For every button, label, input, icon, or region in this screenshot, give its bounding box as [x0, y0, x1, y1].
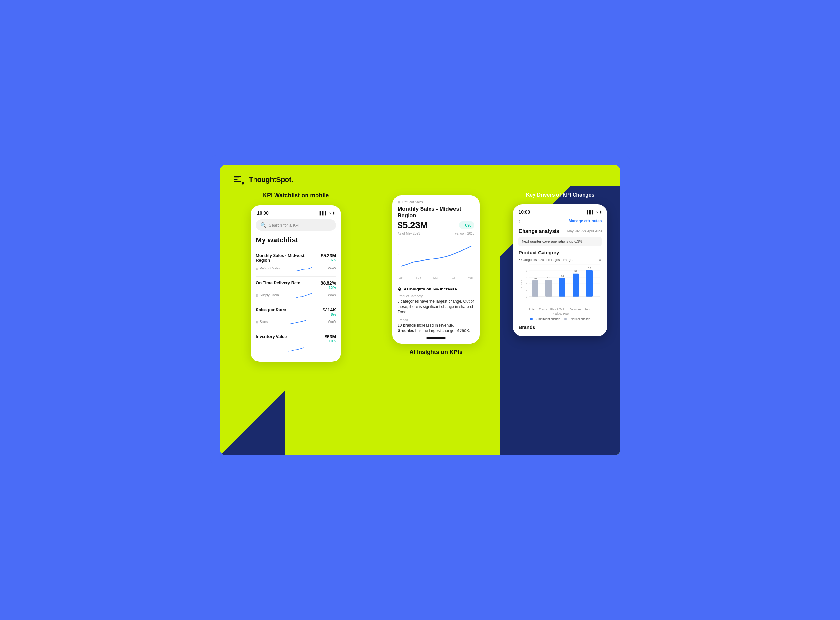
x-label-litter: Litter [529, 308, 535, 311]
wifi-icon: ∿ [329, 211, 331, 215]
chart-kpi-value: $5.23M [398, 220, 428, 230]
header-area: ThoughtSpot. [220, 165, 620, 185]
date-vs: vs. April 2023 [455, 232, 474, 235]
brands-title: Brands [518, 324, 602, 330]
right-signal-icon: ▌▌▌ [587, 210, 594, 214]
svg-text:8: 8 [526, 270, 528, 272]
right-nav: ‹ Manage attributes [518, 218, 602, 225]
x-label-may: May [468, 276, 473, 279]
kpi-item-2[interactable]: Sales per Store $314K ↑ 8% ▦ Sales [256, 303, 336, 330]
date-from: As of May 2023 [398, 232, 420, 235]
x-label-treats: Treats [539, 308, 547, 311]
kpi-item-3[interactable]: Inventory Value $63M ↑ 10% [256, 330, 336, 357]
kpi-change-3: ↑ 10% [324, 339, 336, 343]
right-section-title: Key Drivers of KPI Changes [526, 192, 594, 198]
svg-text:6: 6 [526, 276, 528, 278]
main-container: ThoughtSpot. KPI Watchlist on mobile 10:… [220, 165, 620, 455]
phone-time: 10:00 [257, 211, 269, 215]
kpi-source-1: ▦ Supply Chain [256, 293, 279, 297]
brands-insight-1: increased in revenue. [417, 323, 454, 328]
ai-insights-title: ⚙ AI insights on 6% increase [398, 287, 474, 292]
kpi-item-1[interactable]: On Time Delivery Rate 88.82% ↑ 12% ▦ Sup… [256, 276, 336, 303]
brands-insight-text: 10 brands increased in revenue. Greenies… [398, 323, 474, 334]
brands-insight-bold: 10 brands [398, 323, 416, 328]
search-placeholder: Search for a KPI [269, 223, 299, 227]
bar-litter [532, 280, 538, 296]
product-insight-text: 3 categories have the largest change. Ou… [398, 299, 474, 315]
bar-chart-header: 3 Categories have the largest change. ⬇ [518, 258, 602, 262]
signal-icon: ▌▌▌ [320, 211, 327, 215]
svg-text:Change: Change [520, 280, 523, 287]
mini-chart-0 [296, 265, 312, 272]
svg-text:4.0: 4.0 [534, 277, 537, 280]
chart-badge: ↑ 6% [459, 221, 474, 229]
x-label-jan: Jan [399, 276, 404, 279]
svg-point-5 [241, 182, 244, 184]
right-wifi-icon: ∿ [596, 210, 599, 214]
svg-rect-3 [234, 179, 237, 180]
left-column: KPI Watchlist on mobile 10:00 ▌▌▌ ∿ ▮ [220, 185, 372, 455]
bar-vitamins [573, 273, 579, 296]
svg-text:2: 2 [398, 260, 398, 263]
svg-text:8: 8 [398, 238, 398, 240]
line-chart-area: 0 2 4 6 8 [398, 238, 474, 273]
bar-chart-svg: 0 2 4 6 8 Change 4.0 [518, 264, 602, 306]
coverage-text: Next quarter coverage ratio is up 6.3% [522, 239, 582, 243]
bar-chart-container: 0 2 4 6 8 Change 4.0 [518, 264, 602, 306]
svg-text:5.7: 5.7 [575, 270, 578, 272]
download-icon[interactable]: ⬇ [599, 258, 602, 262]
phone-status-bar: 10:00 ▌▌▌ ∿ ▮ [256, 211, 336, 215]
chart-phone: ▦ PetSpot Sales Monthly Sales - Midwest … [392, 195, 480, 344]
bar-chart-x-labels: Litter Treats Flea & Tick... Vitamins Fo… [518, 308, 602, 311]
svg-rect-4 [234, 181, 241, 182]
svg-text:4: 4 [526, 283, 528, 285]
kpi-value-3: $63M [324, 334, 336, 339]
chart-title: Monthly Sales - Midwest Region [398, 206, 474, 219]
outer-frame: ThoughtSpot. KPI Watchlist on mobile 10:… [210, 155, 630, 465]
svg-text:6: 6 [398, 244, 398, 247]
svg-rect-2 [234, 177, 239, 178]
home-indicator-mid [426, 337, 446, 339]
x-label-vitamins: Vitamins [570, 308, 581, 311]
mini-chart-1 [296, 292, 312, 299]
kpi-item-0[interactable]: Monthly Sales - Midwest Region $5.23M ↑ … [256, 249, 336, 276]
kpi-change-1: ↑ 12% [321, 286, 336, 289]
coverage-box: Next quarter coverage ratio is up 6.3% [518, 237, 602, 246]
svg-text:4.2: 4.2 [547, 276, 550, 278]
x-label-flea: Flea & Tick... [550, 308, 567, 311]
right-phone-time: 10:00 [518, 209, 530, 215]
badge-value: 6% [465, 223, 471, 227]
x-label-mar: Mar [433, 276, 439, 279]
mini-chart-2 [290, 318, 306, 326]
kpi-value-1: 88.82% [321, 280, 336, 286]
bar-chart-legend: Significant change Normal change [518, 317, 602, 321]
ai-icon: ⚙ [398, 287, 402, 292]
manage-attributes-link[interactable]: Manage attributes [569, 219, 602, 223]
chart-kpi-row: $5.23M ↑ 6% [398, 220, 474, 230]
search-bar[interactable]: 🔍 Search for a KPI [256, 220, 336, 231]
back-button[interactable]: ‹ [518, 218, 520, 225]
x-label-food: Food [585, 308, 591, 311]
middle-column: ▦ PetSpot Sales Monthly Sales - Midwest … [372, 185, 500, 455]
logo-text: ThoughtSpot. [249, 176, 293, 184]
right-column: Key Drivers of KPI Changes 10:00 ▌▌▌ ∿ ▮ [500, 185, 620, 455]
search-icon: 🔍 [260, 222, 267, 228]
kpi-name-1: On Time Delivery Rate [256, 280, 300, 285]
brands-label: Brands [398, 318, 474, 322]
content-area: KPI Watchlist on mobile 10:00 ▌▌▌ ∿ ▮ [220, 185, 620, 455]
kpi-name-2: Sales per Store [256, 307, 287, 312]
trend-up-icon: ↑ [462, 223, 464, 227]
battery-icon: ▮ [333, 211, 335, 215]
watchlist-title: My watchlist [256, 236, 336, 244]
svg-text:0: 0 [398, 268, 398, 271]
svg-text:4: 4 [398, 252, 398, 255]
phone-icons: ▌▌▌ ∿ ▮ [320, 211, 335, 215]
svg-text:2: 2 [526, 289, 528, 292]
x-axis-label: Product Type [518, 312, 602, 315]
kpi-name-0: Monthly Sales - Midwest Region [256, 253, 308, 263]
kpi-period-2: WoW [328, 320, 336, 324]
thoughtspot-logo-icon [233, 174, 244, 185]
insight-brands: Brands 10 brands increased in revenue. G… [398, 318, 474, 334]
right-battery-icon: ▮ [600, 210, 602, 214]
mini-chart-3 [288, 345, 304, 353]
